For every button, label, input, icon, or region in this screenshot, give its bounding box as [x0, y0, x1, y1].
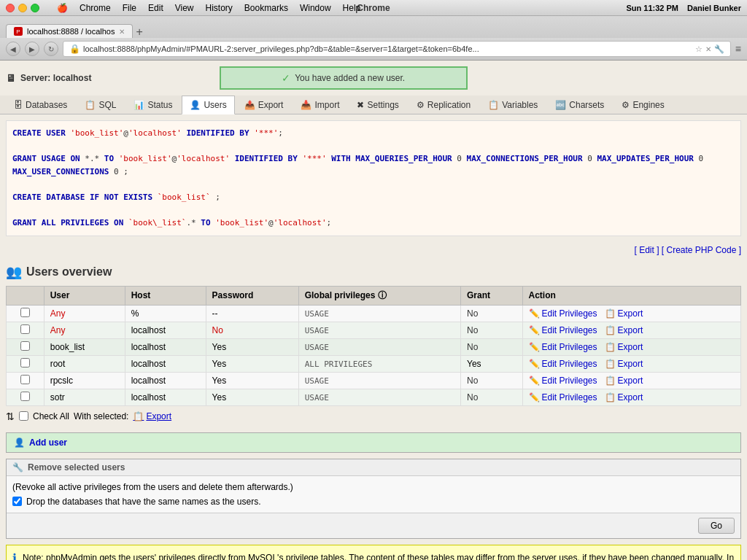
go-btn[interactable]: Go — [698, 518, 735, 534]
cell-grant: Yes — [461, 355, 522, 372]
remove-header: 🔧 Remove selected users — [7, 459, 740, 476]
export-selected-btn[interactable]: 📋 Export — [133, 411, 171, 421]
row-checkbox[interactable] — [20, 308, 30, 317]
export-user-label: Export — [618, 376, 643, 386]
create-php-link[interactable]: Create PHP Code — [666, 245, 736, 255]
table-row: AnylocalhostNoUSAGENo ✏️ Edit Privileges… — [7, 322, 741, 338]
cell-action: ✏️ Edit Privileges 📋 Export — [522, 355, 740, 372]
edit-privileges-link[interactable]: ✏️ Edit Privileges — [529, 308, 597, 319]
extension-icon[interactable]: ✕ — [705, 45, 711, 53]
add-user-link[interactable]: Add user — [29, 438, 67, 448]
new-tab-btn[interactable]: + — [136, 26, 142, 38]
drop-db-row: Drop the databases that have the same na… — [12, 497, 735, 507]
tab-close-btn[interactable]: ✕ — [119, 28, 125, 36]
browser-tab[interactable]: P localhost:8888 / localhos ✕ — [6, 24, 133, 38]
minimize-window-btn[interactable] — [18, 4, 27, 12]
tab-variables[interactable]: 📋 Variables — [480, 96, 546, 114]
col-privileges: Global privileges ⓘ — [298, 286, 460, 305]
col-checkbox — [7, 286, 44, 305]
tab-import-label: Import — [314, 100, 339, 110]
cell-user: Any — [44, 305, 125, 322]
edit-privileges-link[interactable]: ✏️ Edit Privileges — [529, 325, 597, 335]
export-selected-icon: 📋 — [133, 411, 144, 421]
back-btn[interactable]: ◀ — [6, 42, 20, 56]
edit-privileges-link[interactable]: ✏️ Edit Privileges — [529, 359, 597, 369]
export-user-link[interactable]: 📋 Export — [605, 359, 643, 369]
export-user-icon: 📋 — [605, 325, 616, 335]
chrome-menu-icon[interactable]: ≡ — [735, 43, 741, 55]
menu-view[interactable]: View — [175, 3, 194, 13]
address-bar[interactable]: 🔒 localhost:8888/phpMyAdmin/#PMAURL-2:se… — [63, 41, 731, 57]
mac-titlebar: 🍎 Chrome File Edit View History Bookmark… — [0, 0, 747, 16]
menu-chrome[interactable]: Chrome — [80, 3, 111, 13]
drop-db-checkbox[interactable] — [12, 497, 22, 506]
row-checkbox[interactable] — [20, 341, 30, 351]
cell-action: ✏️ Edit Privileges 📋 Export — [522, 322, 740, 338]
tab-label: localhost:8888 / localhos — [27, 27, 115, 36]
export-user-link[interactable]: 📋 Export — [605, 308, 643, 319]
row-checkbox[interactable] — [20, 392, 30, 401]
cell-privileges: USAGE — [298, 322, 460, 338]
address-lock-icon: 🔒 — [69, 44, 80, 54]
export-user-label: Export — [618, 342, 643, 352]
row-checkbox[interactable] — [20, 358, 30, 368]
with-selected-label: With selected: — [74, 411, 128, 421]
export-user-link[interactable]: 📋 Export — [605, 376, 643, 386]
tab-export[interactable]: 📤 Export — [236, 96, 292, 114]
success-text: You have added a new user. — [295, 73, 405, 83]
edit-privileges-link[interactable]: ✏️ Edit Privileges — [529, 376, 597, 386]
tab-export-label: Export — [258, 100, 284, 110]
bookmark-star-icon[interactable]: ☆ — [695, 44, 703, 54]
edit-link[interactable]: Edit — [639, 245, 654, 255]
tab-engines[interactable]: ⚙ Engines — [614, 96, 672, 114]
tab-import[interactable]: 📥 Import — [293, 96, 347, 114]
row-checkbox[interactable] — [20, 324, 30, 334]
menu-window[interactable]: Window — [300, 3, 331, 13]
success-message: ✓ You have added a new user. — [220, 66, 468, 90]
remove-section: 🔧 Remove selected users (Revoke all acti… — [6, 459, 741, 539]
remove-title: Remove selected users — [28, 462, 125, 472]
tab-settings[interactable]: ✖ Settings — [349, 96, 406, 114]
tab-status[interactable]: 📊 Status — [125, 96, 180, 114]
window-title: Chrome — [357, 3, 390, 13]
forward-btn[interactable]: ▶ — [25, 42, 39, 56]
close-window-btn[interactable] — [6, 4, 15, 12]
menu-bookmarks[interactable]: Bookmarks — [244, 3, 288, 13]
check-all-checkbox[interactable] — [19, 411, 28, 421]
edit-privileges-label: Edit Privileges — [542, 342, 597, 352]
note-text-1: Note: phpMyAdmin gets the users' privile… — [23, 553, 734, 560]
edit-privileges-link[interactable]: ✏️ Edit Privileges — [529, 342, 597, 352]
row-checkbox[interactable] — [20, 375, 30, 384]
server-bar: 🖥 Server: localhost — [6, 72, 91, 84]
menu-file[interactable]: File — [123, 3, 136, 13]
menu-help[interactable]: Help — [343, 3, 361, 13]
wrench-icon[interactable]: 🔧 — [714, 44, 724, 54]
add-user-section[interactable]: 👤 Add user — [6, 432, 741, 453]
window-controls[interactable] — [6, 4, 39, 12]
maximize-window-btn[interactable] — [31, 4, 39, 12]
export-user-link[interactable]: 📋 Export — [605, 342, 643, 352]
user-name: Daniel Bunker — [687, 4, 741, 12]
cell-password: Yes — [206, 338, 298, 355]
export-user-label: Export — [618, 308, 643, 319]
tab-users-label: Users — [204, 100, 226, 110]
menu-history[interactable]: History — [206, 3, 233, 13]
engines-icon: ⚙ — [622, 100, 630, 110]
export-user-link[interactable]: 📋 Export — [605, 392, 643, 402]
export-selected-label: Export — [146, 411, 171, 421]
menu-edit[interactable]: Edit — [148, 3, 163, 13]
tab-databases[interactable]: 🗄 Databases — [6, 96, 75, 114]
edit-privileges-label: Edit Privileges — [542, 308, 597, 319]
menu-apple[interactable]: 🍎 — [57, 3, 68, 13]
refresh-btn[interactable]: ↻ — [44, 42, 58, 56]
tab-users[interactable]: 👤 Users — [182, 96, 234, 114]
top-bar: 🖥 Server: localhost ✓ You have added a n… — [0, 61, 747, 96]
tab-replication[interactable]: ⚙ Replication — [409, 96, 479, 114]
address-text[interactable]: localhost:8888/phpMyAdmin/#PMAURL-2:serv… — [83, 44, 692, 53]
export-user-label: Export — [618, 392, 643, 402]
edit-privileges-link[interactable]: ✏️ Edit Privileges — [529, 392, 597, 402]
export-user-link[interactable]: 📋 Export — [605, 325, 643, 335]
tab-sql[interactable]: 📋 SQL — [77, 96, 124, 114]
table-row: book_listlocalhostYesUSAGENo ✏️ Edit Pri… — [7, 338, 741, 355]
tab-charsets[interactable]: 🔤 Charsets — [547, 96, 612, 114]
